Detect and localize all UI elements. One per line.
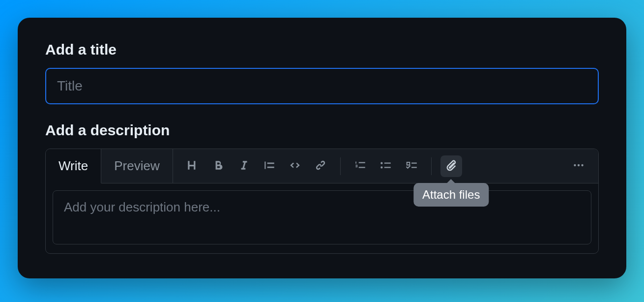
attach-tooltip-text: Attach files	[422, 188, 480, 201]
title-input[interactable]	[45, 68, 599, 104]
tab-preview-label: Preview	[114, 158, 159, 174]
task-list-icon	[405, 159, 418, 174]
task-list-button[interactable]	[401, 155, 422, 177]
title-label: Add a title	[45, 41, 599, 58]
numbered-list-button[interactable]	[350, 155, 371, 177]
heading-icon	[186, 159, 199, 174]
description-editor: Write Preview	[45, 149, 599, 254]
description-input[interactable]	[53, 190, 591, 244]
editor-toolbar: Write Preview	[46, 149, 598, 183]
code-icon	[289, 159, 301, 174]
link-button[interactable]	[310, 155, 331, 177]
issue-form-panel: Add a title Add a description Write Prev…	[18, 18, 626, 278]
italic-icon	[237, 159, 250, 174]
link-icon	[314, 159, 327, 174]
kebab-icon	[572, 159, 585, 174]
more-button[interactable]	[568, 155, 589, 177]
attach-files-button[interactable]: Attach files	[440, 155, 462, 177]
toolbar-divider	[340, 157, 341, 175]
bullet-list-button[interactable]	[375, 155, 397, 177]
bold-icon	[212, 159, 225, 174]
toolbar-divider-2	[431, 157, 432, 175]
tab-write-label: Write	[59, 158, 88, 174]
description-area	[46, 183, 598, 253]
svg-point-2	[581, 164, 583, 166]
svg-point-0	[574, 164, 576, 166]
heading-button[interactable]	[182, 155, 204, 177]
numbered-list-icon	[354, 159, 367, 174]
bullet-list-icon	[380, 159, 392, 174]
quote-icon	[263, 159, 276, 174]
svg-point-1	[578, 164, 580, 166]
quote-button[interactable]	[259, 155, 280, 177]
italic-button[interactable]	[233, 155, 255, 177]
attach-tooltip: Attach files	[413, 183, 489, 207]
code-button[interactable]	[284, 155, 306, 177]
tab-write[interactable]: Write	[46, 149, 101, 183]
toolbar-icons-group: Attach files	[173, 149, 598, 183]
paperclip-icon	[445, 159, 458, 174]
bold-button[interactable]	[207, 155, 229, 177]
description-label: Add a description	[45, 122, 599, 139]
tab-preview[interactable]: Preview	[101, 149, 173, 183]
